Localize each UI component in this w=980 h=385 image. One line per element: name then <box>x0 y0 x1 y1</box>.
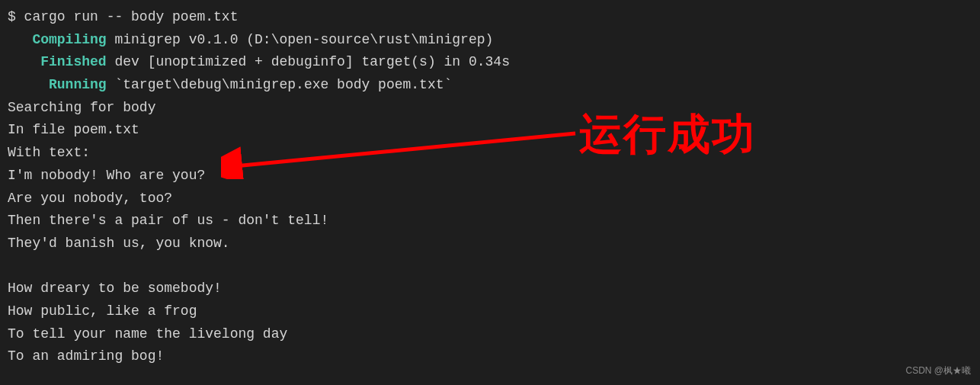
finished-line: Finished dev [unoptimized + debuginfo] t… <box>8 51 972 74</box>
command-line[interactable]: $ cargo run -- body poem.txt <box>8 6 972 29</box>
watermark-text: CSDN @枫★曦 <box>905 364 971 379</box>
output-line: To tell your name the livelong day <box>8 323 972 346</box>
output-line: How public, like a frog <box>8 300 972 323</box>
compiling-text: minigrep v0.1.0 (D:\open-source\rust\min… <box>107 32 494 47</box>
output-line: Then there's a pair of us - don't tell! <box>8 210 972 233</box>
running-text: `target\debug\minigrep.exe body poem.txt… <box>107 77 453 92</box>
compiling-label: Compiling <box>32 32 106 47</box>
output-line: To an admiring bog! <box>8 345 972 368</box>
output-line: Searching for body <box>8 97 972 120</box>
output-line: In file poem.txt <box>8 119 972 142</box>
finished-label: Finished <box>40 54 106 69</box>
output-line: How dreary to be somebody! <box>8 278 972 300</box>
finished-text: dev [unoptimized + debuginfo] target(s) … <box>107 54 510 69</box>
output-line <box>8 255 972 278</box>
output-line: They'd banish us, you know. <box>8 233 972 255</box>
command-text: cargo run -- body poem.txt <box>24 9 239 24</box>
output-line: I'm nobody! Who are you? <box>8 165 972 188</box>
running-line: Running `target\debug\minigrep.exe body … <box>8 74 972 97</box>
compiling-line: Compiling minigrep v0.1.0 (D:\open-sourc… <box>8 29 972 52</box>
output-line: With text: <box>8 142 972 165</box>
running-label: Running <box>49 77 107 92</box>
annotation-text: 运行成功 <box>579 99 756 169</box>
output-line: Are you nobody, too? <box>8 188 972 210</box>
prompt-symbol: $ <box>8 9 24 24</box>
